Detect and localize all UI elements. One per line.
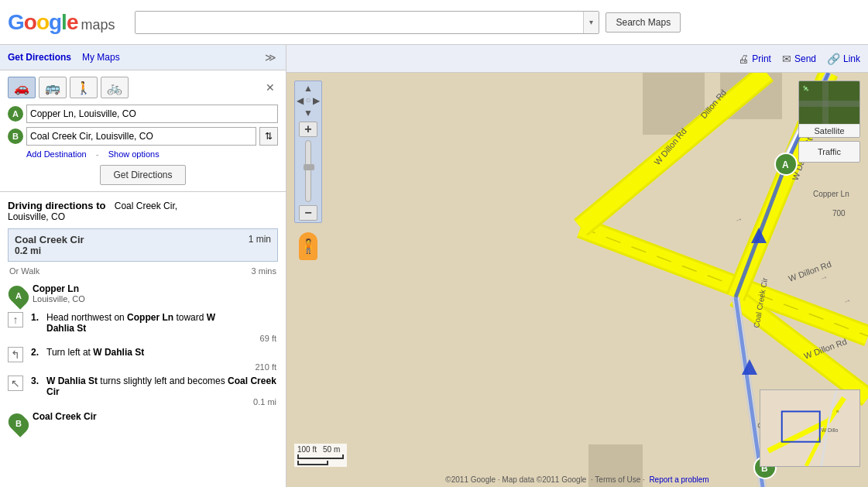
send-icon: ✉ <box>782 53 791 65</box>
scale-label-m: 50 m <box>323 445 340 454</box>
directions-form: 🚗 🚌 🚶 🚲 ✕ A Copper Ln, Louisville, CO B … <box>0 70 286 192</box>
logo-google: Google <box>8 10 77 35</box>
pan-up-button[interactable]: ▲ <box>304 83 313 94</box>
pan-center-button[interactable]: ○ <box>304 95 312 106</box>
satellite-label: Satellite <box>799 124 859 137</box>
pan-left-button[interactable]: ◀ <box>297 95 304 106</box>
step-1-text: Head northwest on Copper Ln toward WDahl… <box>46 312 278 334</box>
logo-maps-text: maps <box>81 17 115 33</box>
add-destination-link[interactable]: Add Destination <box>26 149 87 160</box>
turn-2-icon: ↰ <box>8 347 23 362</box>
results-title: Driving directions to <box>8 200 105 211</box>
zoom-out-button[interactable]: − <box>299 205 317 221</box>
close-form-button[interactable]: ✕ <box>262 80 278 95</box>
svg-text:n: n <box>836 409 839 413</box>
start-city: Louisville, CO <box>33 294 278 304</box>
results-panel: Driving directions to Coal Creek Cir, Lo… <box>0 192 286 444</box>
pan-zoom-control: ▲ ◀ ○ ▶ ▼ + − <box>294 81 322 223</box>
mini-map: W Dillo n <box>760 389 860 467</box>
turn-3-icon: ↖ <box>8 376 23 391</box>
print-link[interactable]: 🖨 Print <box>738 53 771 65</box>
collapse-sidebar-button[interactable]: ≫ <box>262 50 278 65</box>
scale-line-m <box>297 461 328 465</box>
transport-walk-button[interactable]: 🚶 <box>70 77 98 98</box>
svg-text:🛰: 🛰 <box>803 85 809 91</box>
step-2-text: Turn left at W Dahlia St <box>46 347 278 358</box>
satellite-thumbnail: 🛰 <box>799 81 860 124</box>
transport-transit-button[interactable]: 🚌 <box>39 77 67 98</box>
search-input[interactable] <box>136 12 583 33</box>
send-link[interactable]: ✉ Send <box>782 53 816 65</box>
my-maps-link[interactable]: My Maps <box>82 52 120 63</box>
waypoint-a-row: A Copper Ln, Louisville, CO <box>8 105 278 123</box>
route-name: Coal Creek Cir <box>15 234 84 245</box>
search-bar: ▾ <box>135 11 599 34</box>
step-3-num: 3. <box>31 376 42 386</box>
start-location: Copper Ln <box>33 283 278 294</box>
step-2-num: 2. <box>31 347 42 358</box>
waypoint-b-row: B Coal Creek Cir, Louisville, CO ⇅ <box>8 127 278 146</box>
get-directions-link[interactable]: Get Directions <box>8 52 71 63</box>
search-dropdown-button[interactable]: ▾ <box>583 12 599 33</box>
start-step: A Copper Ln Louisville, CO <box>8 283 278 307</box>
end-step: B Coal Creek Cir <box>8 411 278 434</box>
svg-text:A: A <box>782 159 789 170</box>
pegman-button[interactable]: 🧍 <box>299 232 317 260</box>
main-layout: Get Directions My Maps ≫ 🚗 🚌 🚶 🚲 ✕ A Cop… <box>0 45 868 487</box>
map-container[interactable]: 🖨 Print ✉ Send 🔗 Link <box>286 45 868 487</box>
transport-bike-button[interactable]: 🚲 <box>101 77 129 98</box>
transport-car-button[interactable]: 🚗 <box>8 77 36 98</box>
route-time: 1 min <box>249 234 271 245</box>
svg-text:W Dillo: W Dillo <box>822 427 839 433</box>
swap-waypoints-button[interactable]: ⇅ <box>259 127 278 146</box>
step-1-num: 1. <box>31 312 42 323</box>
link-icon: 🔗 <box>827 53 840 65</box>
get-directions-button[interactable]: Get Directions <box>100 165 185 185</box>
waypoint-b-input[interactable]: Coal Creek Cir, Louisville, CO <box>26 127 256 146</box>
step-1: ↑ 1. Head northwest on Copper Ln toward … <box>8 310 278 335</box>
waypoint-a-marker: A <box>8 106 23 122</box>
step-1-dist: 69 ft <box>8 334 278 343</box>
step-3-text: W Dahlia St turns slightly left and beco… <box>46 376 278 397</box>
pan-down-button[interactable]: ▼ <box>304 108 313 118</box>
end-marker-icon: B <box>8 411 29 434</box>
waypoint-a-input[interactable]: Copper Ln, Louisville, CO <box>26 105 278 123</box>
map-toolbar: 🖨 Print ✉ Send 🔗 Link <box>286 45 868 73</box>
link-link[interactable]: 🔗 Link <box>827 53 860 65</box>
route-distance: 0.2 mi <box>15 245 84 256</box>
end-location: Coal Creek Cir <box>33 411 278 422</box>
step-2: ↰ 2. Turn left at W Dahlia St <box>8 345 278 364</box>
show-options-link[interactable]: Show options <box>108 149 160 160</box>
report-problem-link[interactable]: Report a problem <box>649 475 708 484</box>
waypoint-b-marker: B <box>8 129 23 144</box>
traffic-layer-button[interactable]: Traffic <box>798 141 860 163</box>
transport-modes: 🚗 🚌 🚶 🚲 ✕ <box>8 77 278 98</box>
start-marker-icon: A <box>8 283 29 307</box>
results-title-line: Driving directions to Coal Creek Cir, Lo… <box>8 200 278 222</box>
print-icon: 🖨 <box>738 53 749 65</box>
step-2-dist: 210 ft <box>8 362 278 372</box>
results-header: Driving directions to Coal Creek Cir, Lo… <box>8 200 278 222</box>
mini-map-svg: W Dillo n <box>760 390 859 466</box>
logo: Google maps <box>8 10 115 35</box>
search-maps-button[interactable]: Search Maps <box>606 12 681 33</box>
zoom-in-button[interactable]: + <box>299 122 317 137</box>
sidebar: Get Directions My Maps ≫ 🚗 🚌 🚶 🚲 ✕ A Cop… <box>0 45 286 487</box>
scale-label-ft: 100 ft <box>297 445 317 454</box>
svg-text:Copper Ln: Copper Ln <box>813 190 849 198</box>
turn-1-icon: ↑ <box>8 312 23 328</box>
attribution: ©2011 Google · Map data ©2011 Google · T… <box>445 475 708 484</box>
or-walk-row: Or Walk 3 mins <box>8 266 278 276</box>
pan-right-button[interactable]: ▶ <box>312 95 320 106</box>
layer-controls: 🛰 Satellite Traffic <box>798 81 860 163</box>
zoom-slider-thumb[interactable] <box>304 164 314 170</box>
scale-bar: 100 ft 50 m <box>294 444 347 467</box>
svg-text:700: 700 <box>832 209 846 218</box>
zoom-slider-track <box>305 140 311 202</box>
satellite-layer-button[interactable]: 🛰 Satellite <box>798 81 860 138</box>
header: Google maps ▾ Search Maps <box>0 0 868 45</box>
add-destination-row: Add Destination - Show options <box>26 149 278 160</box>
step-3-dist: 0.1 mi <box>8 397 278 406</box>
scale-line-ft <box>297 454 344 459</box>
route-summary[interactable]: Coal Creek Cir 0.2 mi 1 min <box>8 228 278 262</box>
